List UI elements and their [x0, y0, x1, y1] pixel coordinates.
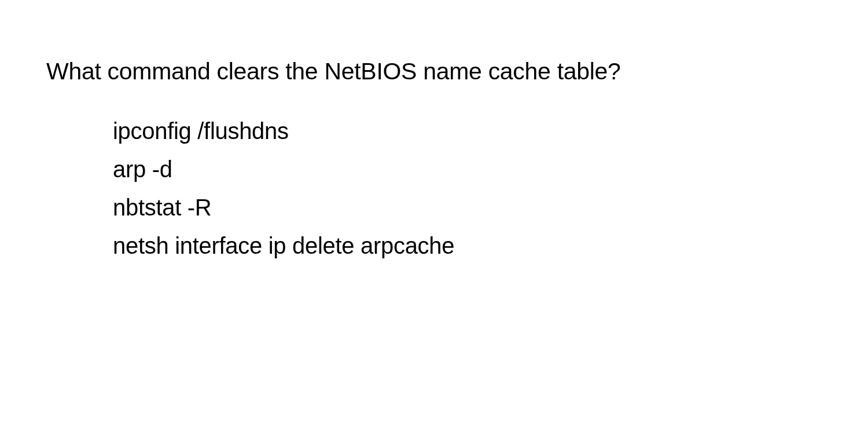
option-item: netsh interface ip delete arpcache	[113, 227, 822, 265]
question-text: What command clears the NetBIOS name cac…	[46, 52, 822, 92]
option-item: ipconfig /flushdns	[113, 112, 822, 150]
option-item: arp -d	[113, 150, 822, 188]
option-item: nbtstat -R	[113, 188, 822, 227]
options-list: ipconfig /flushdns arp -d nbtstat -R net…	[46, 112, 822, 265]
